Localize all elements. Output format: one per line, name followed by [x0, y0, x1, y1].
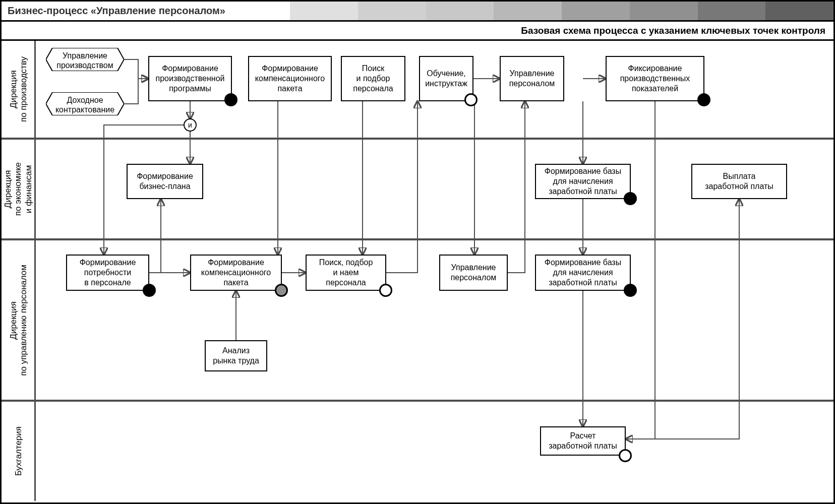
- connectors: [36, 41, 833, 501]
- task: Управлениеперсоналом: [439, 255, 508, 291]
- subtitle: Базовая схема процесса с указанием ключе…: [521, 25, 825, 36]
- task: Формированиекомпенсационногопакета: [248, 56, 332, 101]
- task: Формированиепотребностив персонале: [66, 255, 149, 291]
- control-point-icon: [619, 449, 632, 462]
- swimlanes-area: Дирекцияпо производству Дирекцияпо эконо…: [2, 41, 833, 501]
- task: Формированиекомпенсационногопакета: [190, 255, 282, 291]
- task: Формирование базыдля начислениязаработно…: [535, 164, 631, 199]
- task: Фиксированиепроизводственныхпоказателей: [606, 56, 704, 101]
- control-point-icon: [379, 284, 392, 297]
- control-point-icon: [275, 284, 288, 297]
- task: Формированиепроизводственнойпрограммы: [148, 56, 232, 101]
- diagram-content: Управлениепроизводством Доходноеконтракт…: [36, 41, 833, 501]
- input-event: Управлениепроизводством: [46, 48, 124, 71]
- main-title: Бизнес-процесс «Управление персоналом»: [2, 5, 290, 17]
- subheader: Базовая схема процесса с указанием ключе…: [2, 22, 833, 41]
- lane-label: Бухгалтерия: [2, 402, 36, 501]
- task: Анализрынка труда: [205, 340, 267, 371]
- control-point-icon: [624, 192, 637, 205]
- lane-labels-column: Дирекцияпо производству Дирекцияпо эконо…: [2, 41, 36, 501]
- lane-label: Дирекцияпо экономикеи финансам: [2, 140, 36, 238]
- header-stripes: [290, 2, 833, 20]
- lane-label: Дирекцияпо управлению персоналом: [2, 240, 36, 400]
- and-gateway: и: [184, 118, 197, 132]
- control-point-icon: [697, 93, 710, 106]
- task: Расчетзаработной платы: [540, 426, 626, 456]
- header: Бизнес-процесс «Управление персоналом»: [2, 2, 833, 22]
- task: Выплатазаработной платы: [691, 164, 787, 199]
- control-point-icon: [224, 93, 237, 106]
- control-point-icon: [464, 93, 478, 106]
- lane-label: Дирекцияпо производству: [2, 41, 36, 138]
- task: Поиск, подбори наемперсонала: [306, 255, 386, 291]
- control-point-icon: [624, 284, 637, 297]
- task: Формирование базыдля начислениязаработно…: [535, 255, 631, 291]
- task: Обучение,инструктаж: [419, 56, 473, 101]
- task: Управлениеперсоналом: [500, 56, 564, 101]
- task: Поиски подборперсонала: [341, 56, 405, 101]
- control-point-icon: [143, 284, 156, 297]
- diagram: Бизнес-процесс «Управление персоналом» Б…: [0, 0, 835, 504]
- task: Формированиебизнес-плана: [127, 164, 203, 199]
- input-event: Доходноеконтрактование: [46, 92, 124, 115]
